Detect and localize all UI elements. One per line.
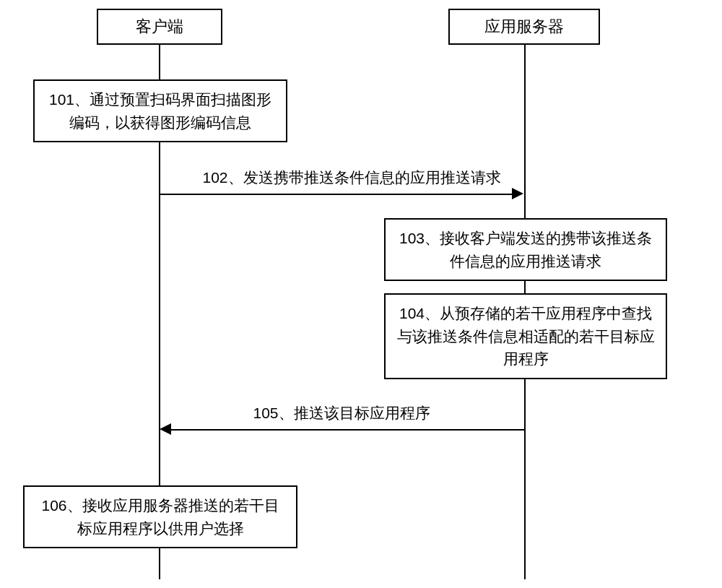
lifeline-server	[524, 45, 526, 218]
step-101-text: 101、通过预置扫码界面扫描图形编码，以获得图形编码信息	[49, 91, 271, 131]
step-105-label: 105、推送该目标应用程序	[237, 403, 446, 423]
arrow-102-head	[512, 188, 523, 199]
arrow-105-head	[160, 423, 171, 435]
lifeline-client	[159, 45, 160, 79]
lifeline-server	[524, 373, 526, 579]
step-102-text: 102、发送携带推送条件信息的应用推送请求	[202, 169, 500, 186]
step-101: 101、通过预置扫码界面扫描图形编码，以获得图形编码信息	[33, 79, 287, 142]
step-105-text: 105、推送该目标应用程序	[253, 405, 430, 421]
lifeline-server	[524, 280, 526, 293]
sequence-diagram: 客户端 应用服务器 101、通过预置扫码界面扫描图形编码，以获得图形编码信息 1…	[0, 0, 722, 588]
step-103-text: 103、接收客户端发送的携带该推送条件信息的应用推送请求	[399, 230, 652, 269]
arrow-105	[170, 429, 524, 431]
participant-client: 客户端	[97, 9, 222, 45]
step-103: 103、接收客户端发送的携带该推送条件信息的应用推送请求	[384, 218, 667, 281]
participant-server: 应用服务器	[448, 9, 600, 45]
step-104: 104、从预存储的若干应用程序中查找与该推送条件信息相适配的若干目标应用程序	[384, 293, 667, 379]
step-104-text: 104、从预存储的若干应用程序中查找与该推送条件信息相适配的若干目标应用程序	[397, 305, 655, 367]
step-106: 106、接收应用服务器推送的若干目标应用程序以供用户选择	[23, 485, 297, 548]
step-102-label: 102、发送携带推送条件信息的应用推送请求	[196, 168, 507, 188]
lifeline-client	[159, 548, 160, 579]
step-106-text: 106、接收应用服务器推送的若干目标应用程序以供用户选择	[41, 497, 279, 537]
arrow-102	[160, 194, 514, 195]
participant-server-label: 应用服务器	[484, 16, 564, 38]
participant-client-label: 客户端	[136, 16, 183, 38]
